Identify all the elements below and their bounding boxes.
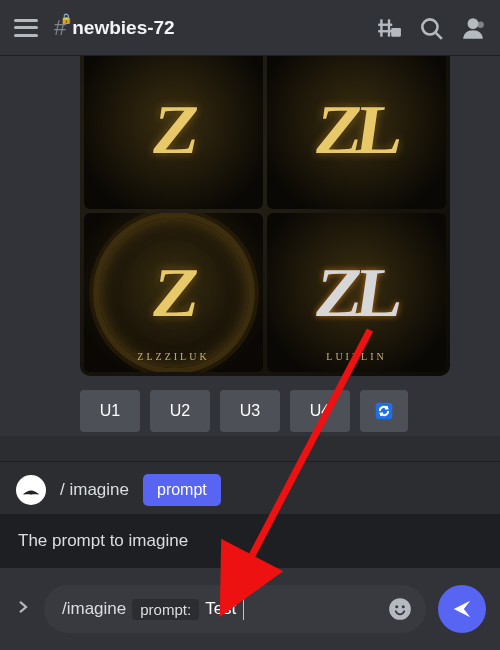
hint-text: The prompt to imagine bbox=[18, 531, 188, 551]
bot-avatar bbox=[16, 475, 46, 505]
channel-title[interactable]: #🔒 newbies-72 bbox=[54, 15, 175, 41]
parameter-hint: The prompt to imagine bbox=[0, 514, 500, 568]
svg-point-11 bbox=[395, 605, 398, 608]
text-cursor bbox=[243, 598, 244, 620]
svg-point-12 bbox=[402, 605, 405, 608]
u2-button[interactable]: U2 bbox=[150, 390, 210, 432]
reroll-button[interactable] bbox=[360, 390, 408, 432]
generated-image-grid[interactable]: Z ZL Z ZLZZILUK ZL LUIZLIN bbox=[80, 56, 450, 376]
input-typed-text: Test bbox=[205, 599, 236, 619]
members-icon[interactable] bbox=[460, 15, 486, 41]
channel-name: newbies-72 bbox=[72, 17, 174, 39]
refresh-icon bbox=[374, 401, 394, 421]
input-slash-command: /imagine bbox=[62, 599, 126, 619]
message-input[interactable]: /imagine prompt: Test bbox=[44, 585, 426, 633]
input-param-chip: prompt: bbox=[132, 599, 199, 620]
prompt-chip[interactable]: prompt bbox=[143, 474, 221, 506]
send-button[interactable] bbox=[438, 585, 486, 633]
image-tile-3: Z ZLZZILUK bbox=[84, 213, 263, 372]
u3-button[interactable]: U3 bbox=[220, 390, 280, 432]
send-icon bbox=[451, 598, 473, 620]
svg-point-5 bbox=[422, 19, 437, 34]
command-helper[interactable]: / imagine prompt bbox=[0, 461, 500, 514]
u1-button[interactable]: U1 bbox=[80, 390, 140, 432]
hamburger-icon[interactable] bbox=[14, 19, 38, 37]
emoji-icon[interactable] bbox=[384, 593, 416, 625]
threads-icon[interactable] bbox=[376, 15, 402, 41]
command-name: / imagine bbox=[60, 480, 129, 500]
app-header: #🔒 newbies-72 bbox=[0, 0, 500, 56]
svg-rect-4 bbox=[391, 28, 401, 37]
sailboat-icon bbox=[21, 480, 41, 500]
image-tile-1: Z bbox=[84, 56, 263, 209]
input-bar: /imagine prompt: Test bbox=[0, 568, 500, 650]
u4-button[interactable]: U4 bbox=[290, 390, 350, 432]
search-icon[interactable] bbox=[418, 15, 444, 41]
svg-rect-9 bbox=[376, 403, 393, 420]
image-tile-4: ZL LUIZLIN bbox=[267, 213, 446, 372]
chevron-right-icon[interactable] bbox=[14, 596, 32, 622]
svg-line-6 bbox=[436, 32, 442, 38]
svg-point-10 bbox=[389, 598, 411, 620]
upscale-button-row: U1 U2 U3 U4 bbox=[80, 390, 482, 432]
image-tile-2: ZL bbox=[267, 56, 446, 209]
hash-lock-icon: #🔒 bbox=[54, 15, 66, 41]
message-area: Z ZL Z ZLZZILUK ZL LUIZLIN U1 U2 U3 U4 bbox=[0, 56, 500, 436]
svg-point-8 bbox=[477, 21, 484, 28]
svg-point-7 bbox=[468, 18, 479, 29]
